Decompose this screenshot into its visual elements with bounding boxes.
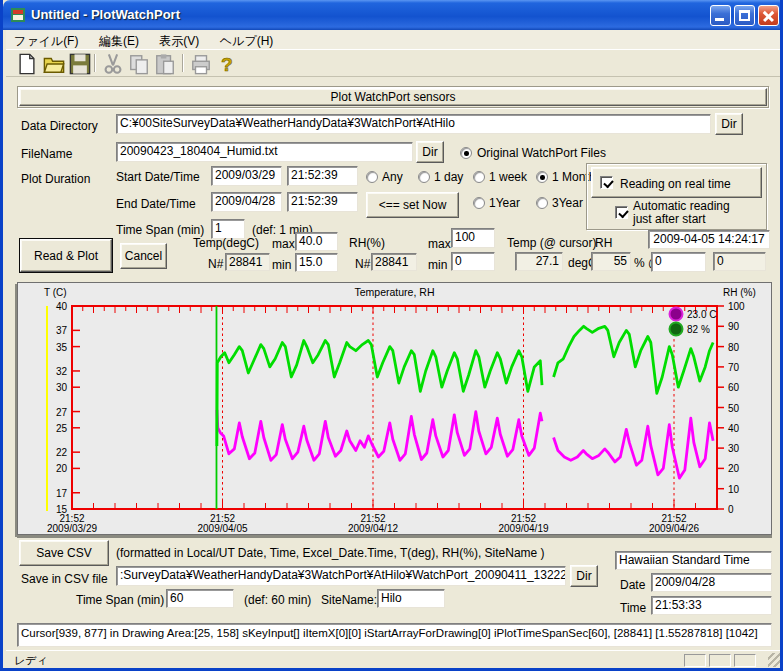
copy-icon bbox=[128, 53, 150, 75]
save-csv-dir-button[interactable]: Dir bbox=[570, 565, 598, 587]
duration-1month-radio[interactable] bbox=[536, 171, 548, 183]
window-title: Untitled - PlotWatchPort bbox=[31, 7, 180, 22]
resize-grip-icon[interactable] bbox=[768, 653, 782, 667]
rh-min-input[interactable]: 0 bbox=[451, 252, 495, 271]
start-time-input[interactable]: 21:52:39 bbox=[287, 166, 358, 186]
plot-duration-label: Plot Duration bbox=[21, 172, 90, 186]
temp-max-input[interactable]: 40.0 bbox=[295, 232, 338, 251]
menu-view[interactable]: 表示(V) bbox=[151, 30, 207, 50]
plot-watchport-sensors-header[interactable]: Plot WatchPort sensors bbox=[19, 88, 767, 106]
timezone-field: Hawaiian Standard Time bbox=[615, 551, 772, 570]
duration-1year-radio[interactable] bbox=[473, 197, 485, 209]
svg-text:90: 90 bbox=[728, 321, 740, 332]
save-csv-button[interactable]: Save CSV bbox=[19, 540, 109, 566]
svg-text:20: 20 bbox=[56, 463, 68, 474]
svg-text:20: 20 bbox=[728, 463, 740, 474]
duration-1week-radio[interactable] bbox=[473, 171, 485, 183]
time-label: Time bbox=[620, 601, 646, 615]
svg-text:32: 32 bbox=[56, 366, 68, 377]
svg-text:2009/04/19: 2009/04/19 bbox=[498, 523, 548, 534]
start-date-input[interactable]: 2009/03/29 bbox=[211, 166, 282, 186]
save-csv-file-label: Save in CSV file bbox=[21, 572, 108, 586]
menu-edit[interactable]: 編集(E) bbox=[91, 30, 147, 50]
csv-format-note: (formatted in Local/UT Date, Time, Excel… bbox=[116, 546, 545, 560]
ready-status: レディ bbox=[14, 653, 48, 668]
close-button[interactable] bbox=[758, 5, 779, 26]
reading-realtime-label: Reading on real time bbox=[620, 177, 731, 191]
svg-text:2009/03/29: 2009/03/29 bbox=[47, 523, 97, 534]
date-label: Date bbox=[620, 578, 645, 592]
plot-area[interactable]: T (C)RH (%)Temperature, RH40373532302725… bbox=[17, 282, 772, 535]
rh-max-input[interactable]: 100 bbox=[451, 228, 495, 248]
csv-time-span-label: Time Span (min) bbox=[76, 593, 164, 607]
svg-text:70: 70 bbox=[728, 362, 740, 373]
maximize-icon bbox=[739, 10, 750, 21]
svg-text:37: 37 bbox=[56, 325, 68, 336]
duration-any-radio[interactable] bbox=[366, 171, 378, 183]
cancel-button[interactable]: Cancel bbox=[120, 243, 167, 269]
end-date-input[interactable]: 2009/04/28 bbox=[211, 192, 282, 212]
save-icon[interactable] bbox=[69, 53, 91, 75]
minimize-button[interactable] bbox=[710, 5, 731, 26]
svg-text:82 %: 82 % bbox=[687, 324, 710, 335]
cursor-temp-field: 27.1 bbox=[515, 252, 563, 271]
menu-file[interactable]: ファイル(F) bbox=[6, 30, 86, 50]
original-watchport-files-label: Original WatchPort Files bbox=[477, 146, 606, 160]
filename-dir-button[interactable]: Dir bbox=[416, 141, 444, 163]
svg-text:30: 30 bbox=[56, 382, 68, 393]
title-bar[interactable]: Untitled - PlotWatchPort bbox=[3, 0, 783, 30]
auto-reading-label-line1: Automatic reading bbox=[633, 199, 730, 213]
realtime-datetime-field: 2009-04-05 14:24:17 bbox=[648, 230, 770, 249]
save-csv-file-input[interactable]: :SurveyData¥WeatherHandyData¥3WatchPort¥… bbox=[116, 566, 566, 586]
end-time-input[interactable]: 21:52:39 bbox=[287, 192, 358, 212]
duration-1year-label: 1Year bbox=[489, 196, 520, 210]
filename-label: FileName bbox=[21, 147, 72, 161]
cursor-x-field[interactable]: 0 bbox=[651, 252, 706, 272]
temp-degc-label: Temp(degC) bbox=[193, 236, 259, 250]
temp-cursor-label: Temp (@ cursor) bbox=[507, 236, 597, 250]
maximize-button[interactable] bbox=[734, 5, 755, 26]
cursor-y-field: 0 bbox=[713, 252, 766, 271]
svg-text:22: 22 bbox=[56, 447, 68, 458]
auto-reading-checkbox[interactable] bbox=[615, 206, 628, 219]
open-folder-icon[interactable] bbox=[43, 53, 65, 75]
data-directory-input[interactable]: C:¥00SiteSurveyData¥WeatherHandyData¥3Wa… bbox=[116, 114, 711, 134]
sitename-label: SiteName: bbox=[321, 593, 377, 607]
original-watchport-files-radio[interactable] bbox=[460, 147, 472, 159]
start-datetime-label: Start Date/Time bbox=[116, 170, 200, 184]
set-now-button[interactable]: <== set Now bbox=[366, 192, 459, 218]
paste-icon bbox=[154, 53, 176, 75]
date-field: 2009/04/28 bbox=[651, 573, 772, 592]
statusbar-pane bbox=[734, 654, 756, 667]
svg-text:50: 50 bbox=[728, 403, 740, 414]
data-directory-dir-button[interactable]: Dir bbox=[715, 113, 743, 135]
svg-text:40: 40 bbox=[728, 423, 740, 434]
svg-text:2009/04/26: 2009/04/26 bbox=[649, 523, 699, 534]
svg-text:0: 0 bbox=[728, 504, 734, 515]
svg-text:60: 60 bbox=[728, 382, 740, 393]
end-datetime-label: End Date/Time bbox=[116, 197, 196, 211]
rh-n-label: N# bbox=[355, 257, 370, 271]
duration-3year-radio[interactable] bbox=[536, 197, 548, 209]
header-frame: Plot WatchPort sensors bbox=[17, 86, 769, 108]
help-icon[interactable]: ? bbox=[216, 53, 238, 75]
data-directory-label: Data Directory bbox=[21, 119, 98, 133]
menu-help[interactable]: ヘルプ(H) bbox=[212, 30, 282, 50]
reading-realtime-checkbox[interactable] bbox=[600, 176, 613, 189]
toolbar-separator bbox=[94, 54, 96, 72]
print-icon bbox=[190, 53, 212, 75]
app-icon bbox=[10, 7, 26, 23]
filename-input[interactable]: 20090423_180404_Humid.txt bbox=[116, 142, 413, 162]
toolbar: ? bbox=[6, 50, 783, 77]
read-plot-button[interactable]: Read & Plot bbox=[20, 239, 112, 272]
csv-time-span-input[interactable]: 60 bbox=[166, 589, 234, 608]
cursor-rh-field: 55 bbox=[591, 252, 631, 271]
new-document-icon[interactable] bbox=[16, 53, 38, 75]
sitename-input[interactable]: Hilo bbox=[377, 589, 445, 608]
svg-text:2009/04/05: 2009/04/05 bbox=[197, 523, 247, 534]
temperature-rh-chart[interactable]: T (C)RH (%)Temperature, RH40373532302725… bbox=[18, 283, 771, 534]
temp-min-input[interactable]: 15.0 bbox=[295, 253, 338, 272]
temp-max-label: max bbox=[272, 237, 295, 251]
duration-1day-radio[interactable] bbox=[418, 171, 430, 183]
temp-n-label: N# bbox=[208, 257, 223, 271]
